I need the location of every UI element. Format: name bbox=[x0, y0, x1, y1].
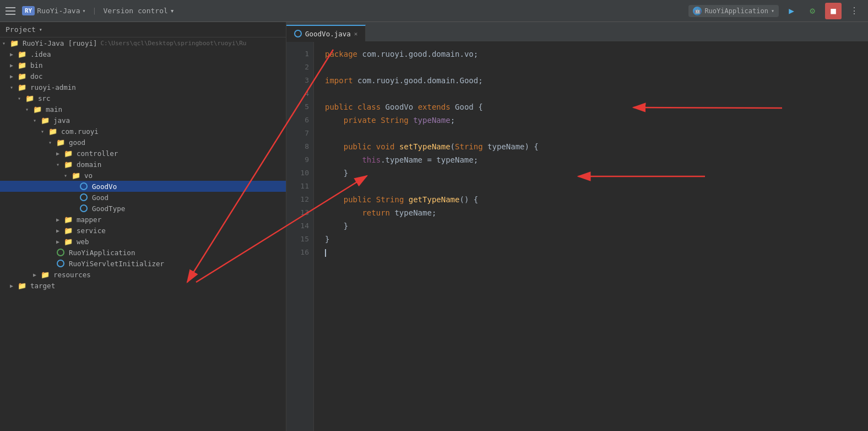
tab-goodvo[interactable]: GoodVo.java ✕ bbox=[286, 25, 366, 41]
app-icon: 🤖 bbox=[693, 7, 702, 15]
tree-item-ruoyi-admin[interactable]: ▾📁ruoyi-admin bbox=[0, 82, 286, 93]
tree-item-web[interactable]: ▶📁web bbox=[0, 236, 286, 247]
tree-item-goodvo[interactable]: GoodVo bbox=[0, 181, 286, 192]
tree-item-mapper[interactable]: ▶📁mapper bbox=[0, 214, 286, 225]
folder-icon: 📁 bbox=[10, 39, 19, 47]
tree-item-bin[interactable]: ▶📁bin bbox=[0, 60, 286, 71]
tree-arrow[interactable]: ▶ bbox=[56, 217, 64, 223]
tree-arrow[interactable]: ▾ bbox=[10, 84, 18, 90]
code-editor[interactable]: 12345678910111213141516 package com.ruoy… bbox=[286, 42, 868, 431]
package-folder-icon: 📁 bbox=[64, 226, 73, 235]
tree-item-good[interactable]: ▾📁good bbox=[0, 137, 286, 148]
run-configuration[interactable]: 🤖 RuoYiApplication ▾ bbox=[688, 5, 779, 17]
tree-item-label: target bbox=[30, 282, 55, 290]
code-line-7 bbox=[325, 127, 868, 140]
tree-item-controller[interactable]: ▶📁controller bbox=[0, 148, 286, 159]
tree-arrow[interactable]: ▶ bbox=[56, 239, 64, 245]
code-content[interactable]: package com.ruoyi.good.domain.vo;import … bbox=[314, 42, 868, 431]
more-options-button[interactable]: ⋮ bbox=[846, 3, 862, 19]
tree-item-label: vo bbox=[84, 171, 93, 180]
tree-item-src[interactable]: ▾📁src bbox=[0, 93, 286, 104]
tree-item-label: controller bbox=[77, 149, 118, 158]
tree-arrow[interactable]: ▶ bbox=[56, 150, 64, 157]
titlebar: RY RuoYi-Java ▾ | Version control ▾ 🤖 Ru… bbox=[0, 0, 868, 22]
package-folder-icon: 📁 bbox=[72, 171, 80, 180]
tree-item-.idea[interactable]: ▶📁.idea bbox=[0, 49, 286, 60]
main-area: Project ▾ ▾📁RuoYi-Java [ruoyi]C:\Users\q… bbox=[0, 22, 868, 431]
tree-item-domain[interactable]: ▾📁domain bbox=[0, 159, 286, 170]
tree-arrow[interactable]: ▾ bbox=[2, 40, 10, 46]
tree-item-ruoyi-java[ruoyi][interactable]: ▾📁RuoYi-Java [ruoyi]C:\Users\qcl\Desktop… bbox=[0, 37, 286, 49]
project-chevron: ▾ bbox=[83, 8, 86, 14]
tree-item-label: .idea bbox=[30, 50, 51, 58]
tree-item-service[interactable]: ▶📁service bbox=[0, 225, 286, 236]
debug-button[interactable]: ⚙ bbox=[804, 3, 821, 19]
tree-item-doc[interactable]: ▶📁doc bbox=[0, 71, 286, 82]
project-sidebar: Project ▾ ▾📁RuoYi-Java [ruoyi]C:\Users\q… bbox=[0, 22, 286, 431]
folder-icon: 📁 bbox=[18, 61, 26, 69]
tree-arrow[interactable]: ▶ bbox=[10, 73, 18, 79]
code-line-8: public void setTypeName(String typeName)… bbox=[325, 140, 868, 153]
tree-item-label: service bbox=[77, 227, 106, 235]
tree-arrow[interactable]: ▾ bbox=[48, 139, 56, 146]
tab-bar: GoodVo.java ✕ bbox=[286, 22, 868, 42]
project-badge: RY bbox=[22, 6, 35, 15]
folder-icon: 📁 bbox=[18, 50, 26, 58]
tree-arrow[interactable]: ▶ bbox=[10, 62, 18, 68]
project-tree: ▾📁RuoYi-Java [ruoyi]C:\Users\qcl\Desktop… bbox=[0, 37, 286, 431]
tree-arrow[interactable]: ▾ bbox=[56, 161, 64, 168]
version-control-selector[interactable]: Version control ▾ bbox=[103, 7, 174, 15]
tree-arrow[interactable]: ▾ bbox=[64, 173, 72, 179]
class-circle-icon bbox=[79, 193, 88, 202]
code-line-4 bbox=[325, 87, 868, 100]
package-folder-icon: 📁 bbox=[41, 270, 50, 279]
tree-arrow[interactable]: ▾ bbox=[25, 106, 33, 112]
tree-item-label: com.ruoyi bbox=[61, 127, 99, 136]
tree-arrow[interactable]: ▶ bbox=[10, 51, 18, 57]
tree-arrow[interactable]: ▾ bbox=[33, 117, 41, 123]
tree-item-label: ruoyi-admin bbox=[30, 83, 76, 91]
tree-item-extra: C:\Users\qcl\Desktop\springboot\ruoyi\Ru bbox=[100, 40, 246, 47]
package-folder-icon: 📁 bbox=[56, 138, 65, 147]
tree-item-label: web bbox=[77, 238, 89, 246]
tree-item-vo[interactable]: ▾📁vo bbox=[0, 170, 286, 181]
code-line-5: public class GoodVo extends Good { bbox=[325, 100, 868, 114]
folder-icon: 📁 bbox=[18, 83, 26, 91]
version-control-chevron: ▾ bbox=[170, 7, 175, 15]
tree-item-goodtype[interactable]: GoodType bbox=[0, 203, 286, 214]
tree-arrow[interactable]: ▾ bbox=[18, 95, 25, 101]
code-line-1: package com.ruoyi.good.domain.vo; bbox=[325, 47, 868, 61]
tree-item-resources[interactable]: ▶📁resources bbox=[0, 269, 286, 280]
sidebar-chevron: ▾ bbox=[39, 26, 42, 33]
menu-icon[interactable] bbox=[6, 7, 15, 15]
project-selector[interactable]: RY RuoYi-Java ▾ bbox=[22, 6, 86, 15]
tree-arrow[interactable]: ▾ bbox=[41, 128, 48, 134]
tree-item-good[interactable]: Good bbox=[0, 192, 286, 203]
tree-item-label: bin bbox=[30, 61, 43, 69]
tree-arrow[interactable]: ▶ bbox=[10, 283, 18, 289]
tree-item-label: resources bbox=[53, 271, 91, 279]
tree-item-ruoyiapplication[interactable]: RuoYiApplication bbox=[0, 247, 286, 258]
stop-button[interactable]: ■ bbox=[825, 3, 842, 19]
run-button[interactable]: ▶ bbox=[783, 3, 800, 19]
tree-item-ruoyiservletinitializer[interactable]: RuoYiServletInitializer bbox=[0, 258, 286, 269]
tree-arrow[interactable]: ▶ bbox=[33, 272, 41, 278]
tree-item-java[interactable]: ▾📁java bbox=[0, 115, 286, 126]
tree-item-label: src bbox=[38, 94, 51, 103]
tree-item-label: RuoYiServletInitializer bbox=[69, 260, 164, 268]
line-numbers: 12345678910111213141516 bbox=[286, 42, 314, 431]
tree-arrow[interactable]: ▶ bbox=[56, 228, 64, 234]
run-config-label: RuoYiApplication bbox=[704, 7, 768, 15]
sidebar-header: Project ▾ bbox=[0, 22, 286, 37]
code-line-14: } bbox=[325, 219, 868, 233]
folder-icon: 📁 bbox=[18, 72, 26, 80]
tree-item-label: GoodVo bbox=[92, 182, 117, 191]
folder-icon: 📁 bbox=[25, 94, 34, 103]
code-line-10: } bbox=[325, 166, 868, 180]
tree-item-main[interactable]: ▾📁main bbox=[0, 104, 286, 115]
code-line-13: return typeName; bbox=[325, 206, 868, 219]
tree-item-target[interactable]: ▶📁target bbox=[0, 280, 286, 291]
tree-item-label: main bbox=[46, 105, 62, 114]
tree-item-com.ruoyi[interactable]: ▾📁com.ruoyi bbox=[0, 126, 286, 137]
tab-close-button[interactable]: ✕ bbox=[354, 30, 358, 37]
